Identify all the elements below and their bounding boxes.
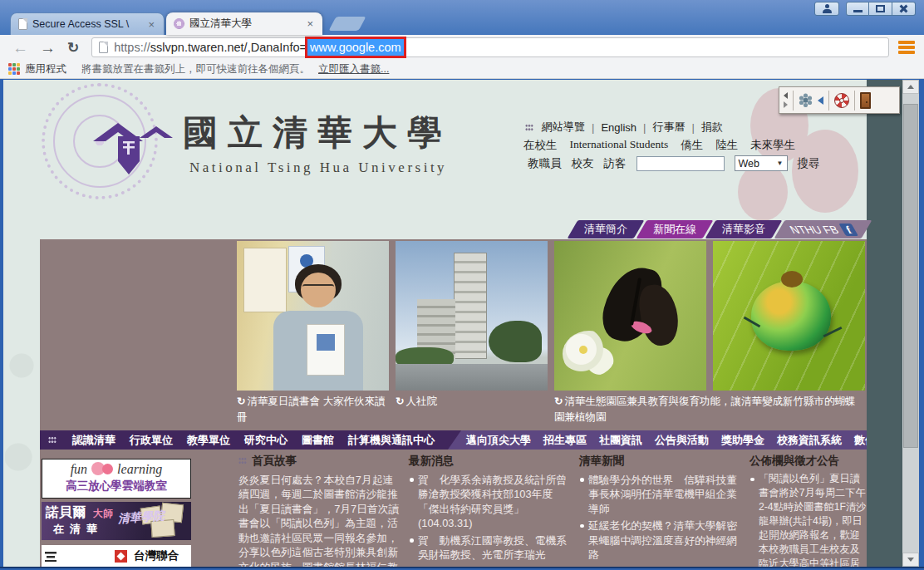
apps-label[interactable]: 應用程式 (25, 62, 66, 76)
bookmarks-hint: 將書籤放置在書籤列上，即可快速前往各個網頁。 (81, 62, 310, 76)
apps-grid-icon[interactable] (8, 63, 20, 75)
story-text: 炎炎夏日何處去？本校自7月起連續四週，每週二於圖書館清沙龍推出「夏日讀書會」，7… (238, 473, 400, 568)
bookmarks-bar: 應用程式 將書籤放置在書籤列上，即可快速前往各個網頁。 立即匯入書籤... (0, 60, 924, 79)
profile-button[interactable] (814, 2, 839, 16)
chrome-menu-icon[interactable] (896, 39, 917, 56)
window-bottom-edge (0, 567, 924, 568)
nav-computer-center[interactable]: 計算機與通訊中心 (348, 433, 435, 448)
nav-top-university[interactable]: 邁向頂尖大學 (466, 433, 531, 448)
banner-taiwan-united[interactable]: 台灣聯合 (42, 545, 191, 567)
left-watermark (5, 329, 38, 512)
tab-close-icon[interactable]: × (146, 18, 156, 31)
address-bar[interactable]: https://sslvpn.twaren.net/,DanaInfo=www.… (91, 37, 889, 57)
carousel-photo-beetle[interactable] (713, 241, 865, 391)
search-scope-select[interactable]: Web ▼ (735, 155, 788, 171)
news-item[interactable]: 延緩老化的契機？清華大學解密果蠅腦中調控溫度喜好的神經網路 (579, 518, 742, 563)
nav-research-centers[interactable]: 研究中心 (244, 433, 288, 448)
minimize-button[interactable] (846, 2, 869, 16)
tab-close-icon[interactable]: × (305, 17, 315, 30)
nav-academics[interactable]: 教學單位 (187, 433, 230, 448)
back-icon[interactable]: ← (12, 40, 28, 56)
vpn-logout-icon[interactable] (860, 92, 871, 109)
nav-elearning[interactable]: 數位學習 / 開放課程 (854, 433, 867, 448)
nav-clubs[interactable]: 社團資訊 (599, 433, 642, 448)
link-future-students[interactable]: 未來學生 (750, 138, 795, 153)
new-tab-button[interactable] (328, 17, 366, 31)
tab-video[interactable]: 清華影音 (705, 220, 782, 238)
arrow-down-icon (907, 558, 914, 562)
search-button[interactable]: 搜尋 (798, 156, 820, 171)
user-icon (823, 4, 832, 13)
tab-title: Secure Access SSL \ (32, 18, 146, 30)
scroll-up-button[interactable] (902, 80, 919, 94)
carousel-photo-butterfly[interactable] (554, 241, 706, 391)
close-button[interactable] (892, 2, 916, 16)
bulletin-item[interactable]: 「閱讀以色列」夏日讀書會將於7月每周二下午2-4點時於圖書館1F清沙龍舉辦(共計… (750, 472, 867, 567)
banner-nobel-masters[interactable]: 諾貝爾 大師 在清華 清華學院 (42, 502, 191, 540)
nav-administration[interactable]: 行政單位 (130, 433, 173, 448)
vpn-home-flower-icon[interactable] (799, 93, 813, 107)
reload-icon[interactable]: ↻ (67, 41, 79, 55)
vpn-help-icon[interactable] (834, 93, 849, 108)
nav-info-systems[interactable]: 校務資訊系統 (777, 433, 842, 448)
minimize-icon (853, 10, 863, 12)
tab-secure-access[interactable]: Secure Access SSL \ × (10, 12, 165, 35)
scroll-down-button[interactable] (902, 553, 919, 567)
tab-nthu-fb[interactable]: NTHU FBf (774, 220, 872, 238)
site-title-zh: 國立清華大學 (183, 110, 452, 156)
news-item[interactable]: 賀 動機系江國寧教授、電機系吳財福教授、光電所李瑞光 (409, 533, 572, 563)
link-mainland-students[interactable]: 陸生 (715, 138, 738, 153)
tab-news-online[interactable]: 新聞在線 (636, 220, 713, 238)
nav-announcements[interactable]: 公告與活動 (655, 433, 709, 448)
chevron-down-icon: ▼ (777, 160, 784, 167)
tricolon-icon (238, 457, 247, 464)
column-nthu-news: 清華新聞 體驗學分外的世界 信驊科技董事長林鴻明任清華電機甲組企業導師 延緩老化… (579, 454, 742, 565)
page-scrollbar[interactable] (902, 80, 919, 567)
banner-fun-learning[interactable]: funlearning 高三放心學雲端教室 (42, 459, 191, 499)
audience-links-row1: 在校生 International Students 僑生 陸生 未來學生 (523, 138, 795, 153)
link-international-students[interactable]: International Students (570, 138, 669, 153)
forward-icon[interactable]: → (40, 40, 56, 56)
tab-intro[interactable]: 清華簡介 (567, 220, 644, 238)
url-selected-text: www.google.com (307, 39, 404, 56)
carousel-photo-reading-club[interactable] (237, 241, 389, 391)
link-faculty-staff[interactable]: 教職員 (528, 156, 562, 171)
utility-links: 網站導覽| English| 行事曆| 捐款 (525, 120, 723, 135)
link-calendar[interactable]: 行事曆 (652, 120, 685, 135)
site-search-input[interactable] (636, 156, 725, 171)
news-item[interactable]: 體驗學分外的世界 信驊科技董事長林鴻明任清華電機甲組企業導師 (579, 473, 742, 517)
red-logo-icon (115, 550, 127, 563)
vpn-back-icon[interactable] (818, 96, 823, 105)
nav-library[interactable]: 圖書館 (302, 433, 334, 448)
facebook-icon[interactable]: f (839, 224, 859, 236)
nav-about[interactable]: 認識清華 (72, 433, 116, 448)
link-sitemap[interactable]: 網站導覽 (542, 120, 585, 135)
caption-eco-park[interactable]: ↻清華生態園區兼具教育與復育功能，讓清華變成新竹縣市的蝴蝶園兼植物園 (554, 394, 865, 425)
link-donate[interactable]: 捐款 (701, 120, 723, 135)
import-bookmarks-link[interactable]: 立即匯入書籤... (318, 62, 389, 76)
vpn-toolbar (779, 86, 900, 114)
link-alumni[interactable]: 校友 (572, 156, 594, 171)
link-english[interactable]: English (601, 121, 636, 134)
link-visitors[interactable]: 訪客 (604, 156, 627, 171)
caption-building[interactable]: ↻人社院 (396, 394, 548, 410)
maximize-button[interactable] (869, 2, 892, 16)
tricolon-icon (525, 124, 533, 131)
nav-admissions[interactable]: 招生專區 (543, 433, 587, 448)
page-viewport: 國立清華大學 National Tsing Hua University 網站導… (3, 80, 902, 567)
tab-title: 國立清華大學 (189, 17, 305, 31)
arrow-up-icon (907, 85, 914, 89)
nthu-emblem (91, 116, 174, 181)
caption-reading-club[interactable]: ↻清華夏日讀書會 大家作伙來讀冊 (237, 394, 389, 425)
news-item[interactable]: 賀 化學系余靖教授及統計所曾勝滄教授榮獲科技部103年度「傑出特約研究員獎」(1… (409, 473, 572, 531)
carousel-photo-building[interactable] (396, 241, 548, 391)
link-current-students[interactable]: 在校生 (523, 138, 558, 153)
link-overseas-students[interactable]: 僑生 (681, 138, 703, 153)
tab-nthu[interactable]: 國立清華大學 × (166, 12, 322, 35)
nav-scholarships[interactable]: 獎助學金 (721, 433, 764, 448)
media-tabs: 清華簡介 新聞在線 清華影音 NTHU FBf (570, 220, 867, 238)
scrollbar-thumb[interactable] (903, 104, 918, 448)
site-title-en: National Tsing Hua University (189, 160, 447, 176)
collapse-arrows-icon[interactable] (784, 92, 788, 108)
refresh-icon: ↻ (396, 396, 404, 407)
